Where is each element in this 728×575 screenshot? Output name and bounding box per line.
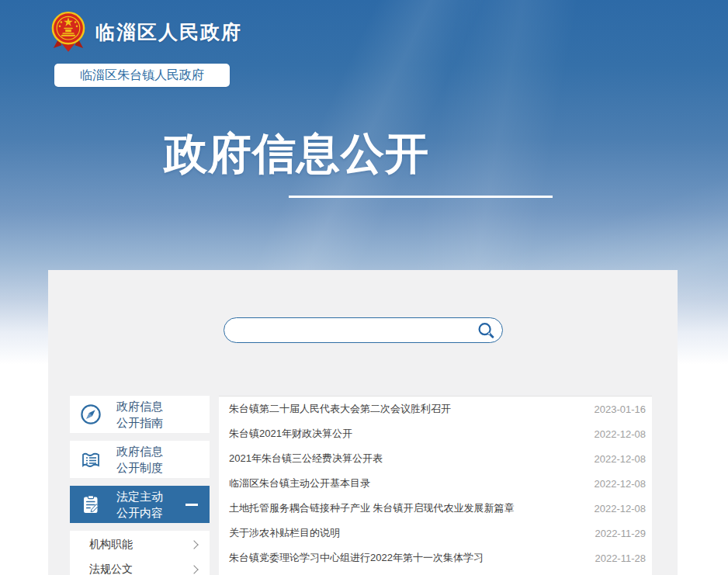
- clipboard-pen-icon: [80, 494, 102, 515]
- article-title[interactable]: 朱台镇党委理论学习中心组进行2022年第十一次集体学习: [229, 551, 584, 565]
- list-item[interactable]: 朱台镇2021年财政决算公开 2022-12-08: [219, 421, 652, 446]
- submenu-label: 法规公文: [89, 563, 133, 575]
- list-item[interactable]: 关于涉农补贴栏目的说明 2022-11-29: [219, 521, 652, 546]
- article-date: 2022-12-08: [595, 478, 647, 490]
- chevron-right-icon: [189, 565, 198, 573]
- article-title[interactable]: 朱台镇2021年财政决算公开: [229, 427, 584, 441]
- sidebar-item-label: 法定主动 公开内容: [116, 488, 163, 521]
- page-title: 政府信息公开: [164, 125, 429, 184]
- article-date: 2023-01-16: [595, 404, 647, 415]
- article-title[interactable]: 朱台镇第二十届人民代表大会第二次会议胜利召开: [229, 402, 584, 416]
- collapse-minus-icon[interactable]: [185, 504, 198, 506]
- sidebar-item-statutory-disclosure[interactable]: 法定主动 公开内容: [70, 486, 210, 523]
- sidebar-item-label: 政府信息 公开指南: [116, 398, 163, 431]
- search-input[interactable]: [224, 318, 477, 342]
- list-item[interactable]: 朱台镇党委理论学习中心组进行2022年第十一次集体学习 2022-11-28: [219, 546, 652, 570]
- search-box: [224, 317, 503, 343]
- search-icon: [477, 321, 495, 340]
- submenu-label: 机构职能: [89, 538, 133, 552]
- compass-icon: [80, 404, 102, 425]
- national-emblem-icon: [51, 11, 85, 53]
- article-date: 2022-12-08: [595, 503, 647, 514]
- article-date: 2022-12-08: [595, 453, 647, 465]
- list-item[interactable]: 2021年朱台镇三公经费决算公开表 2022-12-08: [219, 446, 652, 471]
- article-date: 2022-11-29: [595, 528, 646, 539]
- sidebar-submenu: 机构职能 法规公文: [70, 531, 210, 575]
- article-date: 2022-11-28: [595, 552, 646, 564]
- site-name: 临淄区人民政府: [95, 19, 242, 45]
- chevron-right-icon: [189, 540, 198, 549]
- notebook-icon: [80, 449, 102, 470]
- list-item[interactable]: 临淄区朱台镇主动公开基本目录 2022-12-08: [219, 471, 652, 496]
- article-title[interactable]: 土地托管服务耦合链接种子产业 朱台镇开启现代农业发展新篇章: [229, 501, 584, 515]
- article-title[interactable]: 2021年朱台镇三公经费决算公开表: [229, 452, 584, 466]
- title-underline: [289, 196, 553, 198]
- article-list: 朱台镇第二十届人民代表大会第二次会议胜利召开 2023-01-16 朱台镇202…: [219, 396, 652, 575]
- sidebar-item-system[interactable]: 政府信息 公开制度: [70, 441, 210, 478]
- content-panel: 政府信息 公开指南 政府信息: [48, 270, 678, 575]
- site-header: 临淄区人民政府: [51, 11, 242, 53]
- submenu-item-regulations[interactable]: 法规公文: [70, 557, 210, 575]
- sidebar-item-guide[interactable]: 政府信息 公开指南: [70, 396, 210, 433]
- list-item[interactable]: 朱台镇第二十届人民代表大会第二次会议胜利召开 2023-01-16: [219, 397, 652, 421]
- submenu-item-org-functions[interactable]: 机构职能: [70, 532, 210, 557]
- article-title[interactable]: 关于涉农补贴栏目的说明: [229, 526, 584, 540]
- page: 临淄区人民政府 临淄区朱台镇人民政府 政府信息公开: [0, 0, 728, 575]
- list-item[interactable]: 土地托管服务耦合链接种子产业 朱台镇开启现代农业发展新篇章 2022-12-08: [219, 496, 652, 521]
- sidebar-item-label: 政府信息 公开制度: [116, 443, 163, 476]
- town-gov-badge[interactable]: 临淄区朱台镇人民政府: [54, 64, 230, 87]
- article-title[interactable]: 临淄区朱台镇主动公开基本目录: [229, 476, 584, 490]
- sidebar: 政府信息 公开指南 政府信息: [70, 396, 210, 575]
- article-date: 2022-12-08: [595, 428, 647, 440]
- search-button[interactable]: [477, 321, 502, 340]
